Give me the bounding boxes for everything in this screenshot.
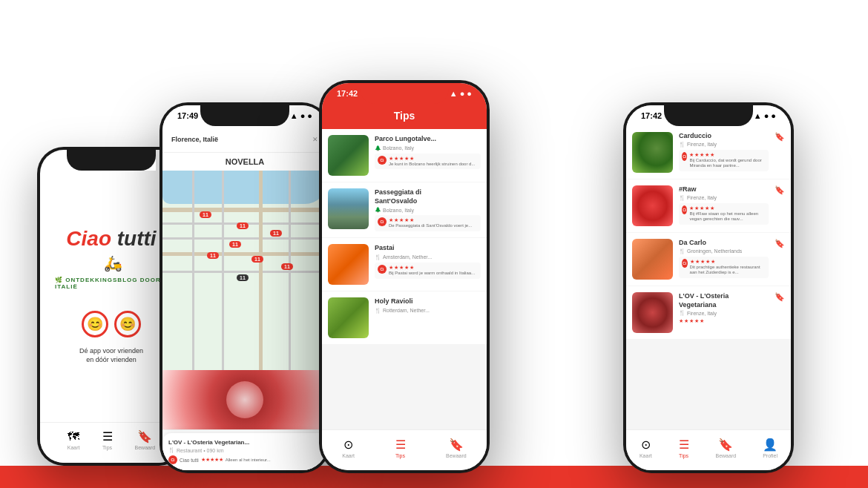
stars-3: ★★★★★ [389,265,475,271]
road-3 [162,237,327,240]
tab-kaart-p3[interactable]: ⊙ Kaart [342,438,355,458]
map-pin-7[interactable]: 11 [281,263,293,270]
close-icon-map[interactable]: ✕ [312,136,318,143]
notch-phone3 [360,83,449,104]
map-pin-3[interactable]: 11 [270,230,282,237]
list-img-dacarlo [632,239,673,280]
status-icons-phone3: ▲ ● ● [450,89,472,98]
map-food-preview [162,370,327,429]
tab-profiel-p4[interactable]: 👤 Profiel [763,438,777,458]
road-5 [162,271,327,273]
tab-label-tips-p3: Tips [395,453,405,458]
list-content-lov: L'OV - L'OsteriaVegetariana 🍴 Firenze, I… [679,292,769,324]
tip-card-2[interactable]: Passeggiata diSant'Osvaldo 🌲 Bolzano, It… [322,182,487,237]
list-name-carduccio: Carduccio [679,132,769,141]
map-header: Florence, Italië ✕ [162,126,327,153]
tip-content-1: Parco Lungotalve... 🌲 Bolzano, Italy Ci … [375,135,481,176]
tip-review-2: Ci ★★★★★ De Passeggiata di Sant'Osvaldo … [375,215,481,231]
list-review-carduccio: Ci ★★★★★ Bij Carduccio, dat wordt gerund… [679,150,769,172]
tab-bewaard-p4[interactable]: 🔖 Bewaard [716,438,737,458]
tab-tips-p4[interactable]: ☰ Tips [679,438,689,458]
phone-map: 17:49 ▲ ● ● Florence, Italië ✕ NOVELLA [160,102,330,473]
ct-logo-small: Ci [168,455,177,464]
list-review-text-dacarlo: Dit prachtige authentieke restaurant aan… [690,265,766,277]
tips-screen: 17:42 ▲ ● ● Tips Parco Lungotalve... 🌲 [322,83,487,470]
list-review-text-raw: Bij #Raw staan op het menu alleen vegan … [689,211,766,223]
map-screen: 17:49 ▲ ● ● Florence, Italië ✕ NOVELLA [162,105,327,470]
map-pin-5[interactable]: 11 [207,252,219,259]
status-icons-phone4: ▲ ● ● [754,111,776,120]
tips-icon-p1: ☰ [102,429,113,444]
map-pin-4[interactable]: 11 [229,241,241,248]
tab-kaart-p1[interactable]: 🗺 Kaart [68,430,80,450]
list-content-raw: #Raw 🍴 Firenze, Italy Ci ★★★★★ [679,185,769,225]
tab-kaart-p4[interactable]: ⊙ Kaart [640,438,652,458]
ct-badge-2: Ci [378,217,387,226]
bookmark-icon-p1: 🔖 [137,429,152,444]
restaurant-type-map: 🍴 Restaurant • 090 km [168,447,321,453]
restaurant-list: Carduccio 🍴 Firenze, Italy Ci ★★★★★ [626,126,791,429]
tip-location-icon-3: 🍴 [375,254,381,260]
tip-location-icon-1: 🌲 [375,145,381,151]
list-location-dacarlo: 🍴 Groningen, Netherlands [679,248,769,254]
ciao-tutti-badge: Ci Ciao tutti ★★★★★ Alleen al het interi… [168,455,321,464]
map-area[interactable]: 11 11 11 11 11 11 11 11 [162,171,327,429]
ct-badge-dacarlo: Ci [682,259,688,268]
tab-label-profiel-p4: Profiel [763,453,777,458]
tab-tips-p1[interactable]: ☰ Tips [102,429,113,450]
bookmark-lov[interactable]: 🔖 [775,292,785,302]
tip-review-1: Ci ★★★★★ Je kunt in Bolzano heerlijk str… [375,154,481,170]
smiley-left: 😊 [82,311,108,337]
fork-icon-lov: 🍴 [679,310,685,316]
list-card-dacarlo[interactable]: Da Carlo 🍴 Groningen, Netherlands Ci ★★★… [626,233,791,286]
list-card-raw[interactable]: #Raw 🍴 Firenze, Italy Ci ★★★★★ [626,179,791,232]
map-icon-p4: ⊙ [641,438,651,452]
tips-header: Tips [322,104,487,129]
tips-bottom-bar: ⊙ Kaart ☰ Tips 🔖 Bewaard [322,429,487,470]
status-time-phone4: 17:42 [641,111,662,120]
list-img-carduccio [632,132,673,173]
list-bottom-bar: ⊙ Kaart ☰ Tips 🔖 Bewaard 👤 Profiel [626,429,791,470]
tip-name-1: Parco Lungotalve... [375,135,481,144]
app-logo: Ciao tutti 🛵 [55,228,168,274]
road-4 [162,252,327,256]
tip-location-4: 🍴 Rotterdam, Nether... [375,308,481,314]
novella-title: NOVELLA [162,153,327,171]
list-content-dacarlo: Da Carlo 🍴 Groningen, Netherlands Ci ★★★… [679,239,769,278]
tip-img-1 [328,135,369,176]
tip-review-text-3: Bij Pastai word je warm onthaald in Ital… [389,271,475,277]
tip-name-4: Holy Ravioli [375,297,481,306]
map-pin-selected[interactable]: 11 [237,274,249,281]
stars-2: ★★★★★ [389,217,472,223]
bookmark-raw[interactable]: 🔖 [775,185,785,195]
list-img-raw [632,185,673,226]
bookmark-dacarlo[interactable]: 🔖 [775,239,785,248]
list-screen: 17:42 ▲ ● ● Carduccio 🍴 Firenze, Italy [626,105,791,470]
tab-label-tips-p1: Tips [102,445,112,450]
tip-card-4[interactable]: Holy Ravioli 🍴 Rotterdam, Nether... [322,291,487,344]
map-pin-6[interactable]: 11 [251,256,263,263]
road-1 [162,208,327,212]
splash-tagline: Dé app voor vrienden en dóór vrienden [65,346,158,365]
map-pin-1[interactable]: 11 [200,211,211,218]
tip-name-2: Passeggiata diSant'Osvaldo [375,188,481,205]
tip-card-1[interactable]: Parco Lungotalve... 🌲 Bolzano, Italy Ci … [322,129,487,182]
list-card-carduccio[interactable]: Carduccio 🍴 Firenze, Italy Ci ★★★★★ [626,126,791,179]
river-arno [162,171,327,204]
status-time-phone2: 17:49 [177,111,198,120]
tab-label-bewaard-p1: Bewaard [135,445,156,450]
list-card-lov[interactable]: L'OV - L'OsteriaVegetariana 🍴 Firenze, I… [626,286,791,339]
tip-card-3[interactable]: Pastai 🍴 Amsterdam, Nether... Ci ★★★★★ [322,238,487,291]
list-review-dacarlo: Ci ★★★★★ Dit prachtige authentieke resta… [679,257,769,279]
map-pin-2[interactable]: 11 [237,222,249,229]
tab-bewaard-p3[interactable]: 🔖 Bewaard [446,438,467,458]
bookmark-carduccio[interactable]: 🔖 [775,132,785,142]
restaurant-name-map: L'OV - L'Osteria Vegetarian... [168,439,321,446]
tip-img-3 [328,244,369,285]
tab-bewaard-p1[interactable]: 🔖 Bewaard [135,429,156,450]
scooter-icon: 🛵 [104,255,122,271]
fork-icon-raw: 🍴 [679,195,685,201]
smiley-icons: 😊 😊 [82,311,141,337]
smiley-right: 😊 [114,311,141,337]
tab-tips-p3[interactable]: ☰ Tips [395,438,406,458]
